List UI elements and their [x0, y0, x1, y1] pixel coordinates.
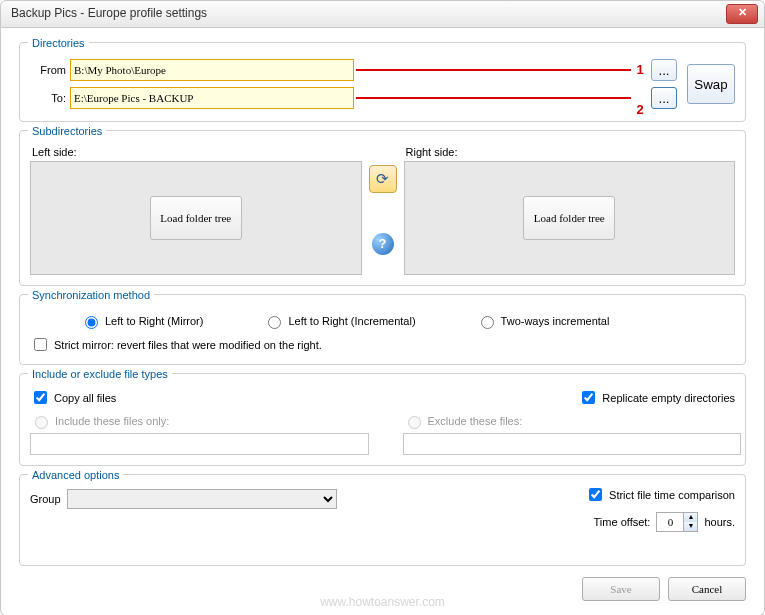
- to-input[interactable]: [70, 87, 354, 109]
- subdirectories-group: Subdirectories Left side: Load folder tr…: [19, 130, 746, 286]
- directories-legend: Directories: [28, 36, 89, 50]
- window-title: Backup Pics - Europe profile settings: [11, 6, 726, 22]
- include-exclude-legend: Include or exclude file types: [28, 367, 172, 381]
- marker-2: 2: [633, 102, 647, 119]
- copy-all-checkbox[interactable]: Copy all files: [30, 388, 116, 407]
- dialog-window: Backup Pics - Europe profile settings ✕ …: [0, 0, 765, 615]
- sync-mirror-radio[interactable]: Left to Right (Mirror): [80, 313, 203, 329]
- cancel-button[interactable]: Cancel: [668, 577, 746, 601]
- browse-to-button[interactable]: ...: [651, 87, 677, 109]
- swap-button[interactable]: Swap: [687, 64, 735, 104]
- left-panel: Load folder tree: [30, 161, 362, 275]
- exclude-files-radio: Exclude these files:: [403, 413, 736, 429]
- include-only-input: [30, 433, 369, 455]
- titlebar: Backup Pics - Europe profile settings ✕: [0, 0, 765, 28]
- replicate-empty-checkbox[interactable]: Replicate empty directories: [578, 388, 735, 407]
- advanced-group: Advanced options Group Strict file time …: [19, 474, 746, 566]
- sync-method-group: Synchronization method Left to Right (Mi…: [19, 294, 746, 365]
- sync-twoways-radio[interactable]: Two-ways incremental: [476, 313, 610, 329]
- save-button: Save: [582, 577, 660, 601]
- include-exclude-group: Include or exclude file types Copy all f…: [19, 373, 746, 466]
- marker-1: 1: [633, 62, 647, 79]
- help-icon[interactable]: ?: [372, 233, 394, 255]
- marker-line-2: [356, 97, 632, 99]
- from-label: From: [30, 63, 66, 77]
- group-select[interactable]: [67, 489, 337, 509]
- time-offset-input[interactable]: [657, 513, 683, 531]
- right-panel: Load folder tree: [404, 161, 736, 275]
- from-input[interactable]: [70, 59, 354, 81]
- time-offset-spinner[interactable]: ▲▼: [656, 512, 698, 532]
- right-side-label: Right side:: [406, 145, 736, 159]
- include-only-radio: Include these files only:: [30, 413, 363, 429]
- to-label: To:: [30, 91, 66, 105]
- strict-mirror-checkbox[interactable]: Strict mirror: revert files that were mo…: [30, 335, 735, 354]
- load-left-tree-button[interactable]: Load folder tree: [150, 196, 242, 240]
- strict-time-checkbox[interactable]: Strict file time comparison: [585, 485, 735, 504]
- advanced-legend: Advanced options: [28, 468, 123, 482]
- footer-buttons: Save Cancel: [582, 577, 746, 601]
- marker-line-1: [356, 69, 632, 71]
- hours-label: hours.: [704, 515, 735, 529]
- sync-method-legend: Synchronization method: [28, 288, 154, 302]
- directories-group: Directories From 1 ... To: 2: [19, 42, 746, 122]
- time-offset-label: Time offset:: [594, 515, 651, 529]
- dialog-content: Directories From 1 ... To: 2: [0, 28, 765, 615]
- refresh-icon[interactable]: ⟳: [369, 165, 397, 193]
- subdirectories-legend: Subdirectories: [28, 124, 106, 138]
- close-icon[interactable]: ✕: [726, 4, 758, 24]
- spin-up-icon[interactable]: ▲: [683, 513, 697, 522]
- spin-down-icon[interactable]: ▼: [683, 522, 697, 531]
- load-right-tree-button[interactable]: Load folder tree: [523, 196, 615, 240]
- exclude-files-input: [403, 433, 742, 455]
- sync-incremental-radio[interactable]: Left to Right (Incremental): [263, 313, 415, 329]
- left-side-label: Left side:: [32, 145, 362, 159]
- browse-from-button[interactable]: ...: [651, 59, 677, 81]
- group-label: Group: [30, 492, 61, 506]
